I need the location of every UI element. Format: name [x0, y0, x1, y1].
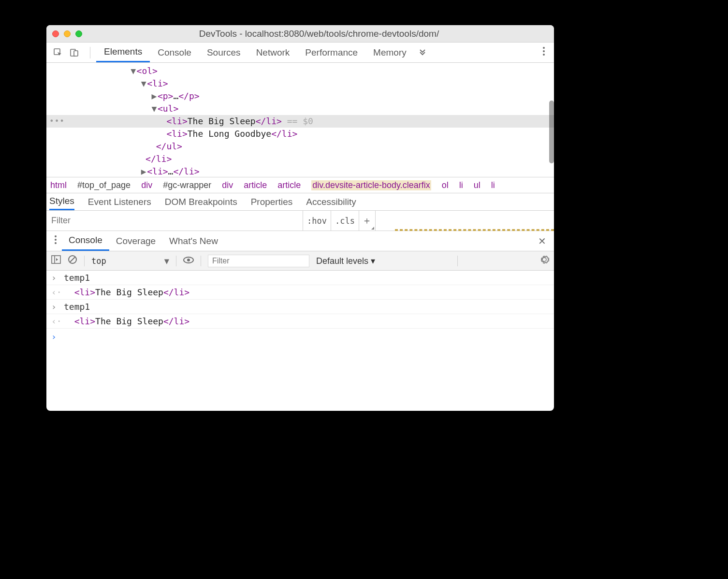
dom-tag[interactable]: </li> — [271, 129, 297, 139]
context-label: top — [91, 256, 106, 266]
console-settings-icon[interactable] — [539, 255, 549, 267]
console-sidebar-toggle-icon[interactable] — [51, 255, 61, 266]
console-input-text: temp1 — [64, 273, 90, 283]
device-toolbar-icon[interactable] — [68, 46, 81, 59]
crumb-html[interactable]: html — [50, 180, 67, 190]
expand-toggle[interactable]: ▶ — [151, 90, 158, 102]
dom-tag[interactable]: <ol> — [137, 66, 158, 76]
dom-tag[interactable]: </ul> — [156, 141, 182, 151]
gutter-ellipsis-icon[interactable]: ••• — [49, 115, 65, 128]
console-row[interactable]: ‹· <li>The Big Sleep</li> — [46, 285, 554, 300]
svg-point-6 — [55, 235, 57, 237]
console-row[interactable]: › temp1 — [46, 300, 554, 314]
dom-tag[interactable]: <p>…</p> — [158, 91, 200, 101]
dom-breadcrumb: html #top_of_page div #gc-wrapper div ar… — [46, 177, 554, 193]
svg-point-14 — [187, 259, 190, 261]
clear-console-icon[interactable] — [68, 255, 77, 267]
window-title: DevTools - localhost:8080/web/tools/chro… — [90, 29, 548, 39]
tab-event-listeners[interactable]: Event Listeners — [88, 193, 151, 210]
zoom-window-button[interactable] — [75, 30, 82, 37]
console-toolbar: top▼ Default levels ▾ — [46, 251, 554, 271]
elements-dom-tree[interactable]: ••• ▼<ol> ▼<li> ▶<p>…</p> ▼<ul> <li>The … — [46, 63, 554, 177]
titlebar: DevTools - localhost:8080/web/tools/chro… — [46, 25, 554, 43]
crumb-article[interactable]: article — [277, 180, 301, 190]
live-expression-icon[interactable] — [183, 255, 194, 266]
dom-tag[interactable]: <ul> — [158, 103, 178, 114]
dom-tag[interactable]: <li> — [147, 78, 168, 88]
more-tabs-icon[interactable] — [418, 47, 427, 58]
tab-performance[interactable]: Performance — [297, 43, 365, 62]
tab-accessibility[interactable]: Accessibility — [306, 193, 356, 210]
styles-pane — [375, 211, 554, 231]
crumb-ol[interactable]: ol — [442, 180, 449, 190]
crumb-devsite[interactable]: div.devsite-article-body.clearfix — [311, 180, 431, 190]
console-body[interactable]: › temp1 ‹· <li>The Big Sleep</li> › temp… — [46, 271, 554, 411]
minimize-window-button[interactable] — [64, 30, 71, 37]
console-output: <li>The Big Sleep</li> — [64, 316, 189, 326]
crumb-li[interactable]: li — [459, 180, 463, 190]
drawer-menu-icon[interactable] — [49, 235, 62, 247]
console-prompt[interactable]: › — [46, 329, 554, 345]
crumb-article[interactable]: article — [244, 180, 267, 190]
dom-tag[interactable]: </li> — [146, 154, 172, 164]
svg-point-4 — [543, 50, 545, 52]
corner-icon — [371, 227, 374, 230]
close-window-button[interactable] — [52, 30, 59, 37]
tab-console-top[interactable]: Console — [150, 43, 199, 62]
scrollbar-thumb[interactable] — [549, 101, 554, 163]
input-caret-icon: › — [51, 273, 59, 283]
toggle-cls[interactable]: .cls — [331, 211, 359, 231]
crumb-div[interactable]: div — [222, 180, 233, 190]
execution-context-selector[interactable]: top▼ — [91, 256, 169, 266]
dom-tag[interactable]: <li>…</li> — [147, 166, 199, 176]
output-caret-icon: ‹· — [51, 287, 59, 297]
tab-network[interactable]: Network — [248, 43, 298, 62]
console-row[interactable]: › temp1 — [46, 271, 554, 285]
prompt-caret-icon: › — [51, 332, 57, 342]
tab-memory[interactable]: Memory — [365, 43, 414, 62]
dom-tag[interactable]: <li> — [166, 129, 187, 139]
toggle-hov[interactable]: :hov — [303, 211, 331, 231]
separator — [84, 256, 85, 266]
collapse-toggle[interactable]: ▼ — [130, 65, 137, 77]
dom-text[interactable]: The Long Goodbye — [188, 129, 271, 139]
drawer-header: Console Coverage What's New ✕ — [46, 231, 554, 251]
separator — [457, 256, 458, 266]
collapse-toggle[interactable]: ▼ — [140, 77, 147, 90]
crumb-div[interactable]: div — [141, 180, 152, 190]
kebab-menu-icon[interactable] — [539, 46, 549, 58]
tab-elements[interactable]: Elements — [96, 43, 150, 62]
console-row[interactable]: ‹· <li>The Big Sleep</li> — [46, 314, 554, 329]
styles-filter-bar: :hov .cls ＋ — [46, 211, 554, 231]
console-input-text: temp1 — [64, 302, 90, 312]
drawer-close-button[interactable]: ✕ — [533, 235, 551, 247]
tab-sources[interactable]: Sources — [199, 43, 248, 62]
tab-properties[interactable]: Properties — [251, 193, 293, 210]
crumb-ul[interactable]: ul — [474, 180, 480, 190]
expand-toggle[interactable]: ▶ — [140, 165, 147, 177]
styles-filter-input[interactable] — [46, 211, 303, 231]
separator — [90, 47, 90, 58]
drawer-tab-whatsnew[interactable]: What's New — [162, 231, 225, 251]
dom-tag: </li> — [256, 116, 282, 126]
crumb-gc[interactable]: #gc-wrapper — [163, 180, 211, 190]
console-output: <li>The Big Sleep</li> — [64, 287, 189, 297]
console-filter-input[interactable] — [208, 255, 309, 267]
inspect-element-icon[interactable] — [51, 46, 65, 59]
tab-styles[interactable]: Styles — [49, 193, 74, 210]
tab-dom-breakpoints[interactable]: DOM Breakpoints — [165, 193, 237, 210]
new-style-rule-button[interactable]: ＋ — [359, 211, 375, 231]
crumb-top[interactable]: #top_of_page — [77, 180, 131, 190]
crumb-li[interactable]: li — [491, 180, 495, 190]
svg-point-5 — [543, 54, 545, 56]
collapse-toggle[interactable]: ▼ — [151, 102, 158, 115]
svg-rect-2 — [74, 51, 78, 56]
output-caret-icon: ‹· — [51, 316, 59, 326]
dom-selected-node[interactable]: <li>The Big Sleep</li> == $0 — [46, 115, 554, 128]
dom-tag: <li> — [166, 116, 187, 126]
drawer-tab-coverage[interactable]: Coverage — [109, 231, 162, 251]
separator — [201, 256, 201, 266]
drawer-tab-console[interactable]: Console — [62, 231, 109, 251]
inherited-divider — [395, 229, 554, 231]
log-level-selector[interactable]: Default levels ▾ — [316, 256, 375, 266]
